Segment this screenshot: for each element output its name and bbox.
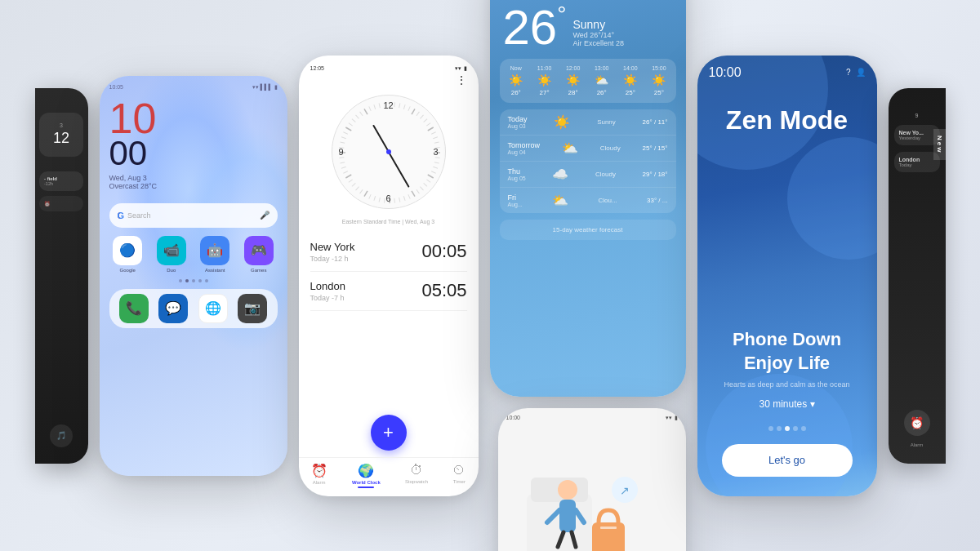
svg-line-37 — [359, 189, 363, 193]
zen-title: Zen Mode — [697, 104, 877, 136]
app-google[interactable]: 🔵 Google — [109, 236, 147, 273]
forecast-thu: Thu Aug 05 ☁️ Cloudy 29° / 18° — [500, 162, 676, 188]
home-status-icons: ▾▾ ▌▌▌ ▮ — [252, 84, 278, 91]
svg-line-42 — [343, 171, 347, 172]
hourly-13: 13:00 ⛅ 26° — [595, 65, 609, 96]
clock-number-9: 9 — [339, 147, 344, 157]
svg-line-2 — [399, 103, 399, 108]
google-icon: 🔵 — [113, 236, 142, 265]
svg-line-29 — [399, 197, 399, 202]
signal-icon: ▌▌▌ — [261, 84, 273, 90]
svg-line-34 — [373, 196, 375, 201]
svg-line-50 — [343, 131, 347, 133]
add-clock-button[interactable]: + — [371, 415, 407, 451]
page-dots — [109, 279, 278, 282]
forecast-link[interactable]: 15-day weather forecast — [500, 220, 676, 240]
svg-line-55 — [359, 111, 363, 115]
svg-line-22 — [426, 179, 430, 182]
clock-bottom-nav: ⏰ Alarm 🌍 World Clock ⏱ Stopwatch ⏲ Time… — [299, 457, 479, 496]
forecast-tomorrow: Tomorrow Aug 04 ⛅ Cloudy 25° / 15° — [500, 136, 676, 162]
right-status-time: 9 — [915, 113, 919, 118]
svg-line-17 — [434, 157, 439, 158]
search-placeholder: Search — [127, 211, 151, 220]
weather-forecast: Today Aug 03 ☀️ Sunny 26° / 11° Tomorrow… — [500, 109, 676, 213]
small-status-bar: 10:00 ▾▾ ▮ — [498, 408, 686, 424]
forecast-fri: Fri Aug... ⛅ Clou... 33° / ... — [500, 188, 676, 213]
messages-icon: 💬 — [158, 294, 188, 323]
phone-right-partial: 9 New Yo... Yesterday London Today ⏰ Ala… — [889, 88, 946, 464]
weather-temp: 26° — [503, 3, 567, 52]
svg-line-4 — [408, 106, 409, 110]
world-clock-icon: 🌍 — [358, 463, 374, 478]
svg-text:↗: ↗ — [620, 484, 630, 497]
svg-line-52 — [348, 122, 352, 126]
zen-letsgo-button[interactable]: Let's go — [722, 444, 853, 477]
zen-page-dots — [697, 426, 877, 431]
svg-line-43 — [341, 167, 346, 168]
small-illustration: ↗ — [510, 445, 674, 552]
phone-small: 10:00 ▾▾ ▮ — [498, 408, 686, 552]
dock-messages[interactable]: 💬 — [158, 294, 188, 323]
svg-line-49 — [341, 136, 346, 138]
analog-clock-container: 12 3 6 9 — [299, 87, 479, 217]
home-status-bar: 10:05 ▾▾ ▌▌▌ ▮ — [109, 84, 278, 91]
clock-wifi-icon: ▾▾ — [455, 65, 461, 72]
google-g-icon: G — [118, 211, 125, 220]
nav-timer[interactable]: ⏲ Timer — [452, 463, 466, 488]
svg-line-32 — [384, 198, 385, 202]
svg-line-56 — [364, 109, 368, 114]
home-status-time: 10:05 — [109, 84, 124, 90]
svg-line-3 — [403, 104, 405, 109]
svg-line-45 — [339, 157, 344, 158]
stopwatch-icon: ⏱ — [410, 463, 423, 478]
search-bar[interactable]: G Search 🎤 — [109, 203, 278, 228]
hourly-12: 12:00 ☀️ 28° — [566, 65, 581, 96]
svg-line-59 — [379, 103, 380, 108]
svg-line-36 — [364, 190, 368, 196]
svg-line-21 — [427, 175, 433, 178]
svg-line-54 — [355, 114, 359, 118]
zen-question-icon: ? — [846, 68, 851, 77]
left-notif-2: ⏰ — [39, 196, 83, 211]
clock-number-12: 12 — [383, 100, 393, 110]
clock-more-options[interactable]: ⋮ — [299, 73, 479, 87]
home-content: 10:05 ▾▾ ▌▌▌ ▮ 10 00 Wed, Aug 3 Overcast… — [100, 76, 287, 476]
svg-line-53 — [351, 118, 354, 122]
clock-battery-icon: ▮ — [464, 65, 467, 72]
dock-camera[interactable]: 📷 — [238, 294, 267, 323]
svg-line-48 — [340, 142, 345, 143]
app-duo[interactable]: 📹 Duo — [153, 236, 190, 273]
svg-line-18 — [434, 162, 439, 162]
hourly-15: 15:00 ☀️ 25° — [652, 65, 666, 96]
world-clock-new-york: New York Today -12 h 00:05 — [310, 233, 467, 272]
small-content: ↗ — [498, 424, 686, 552]
nav-world-clock[interactable]: 🌍 World Clock — [352, 463, 381, 488]
hourly-14: 14:00 ☀️ 25° — [623, 65, 638, 96]
dock-chrome[interactable]: 🌐 — [198, 294, 228, 323]
dock-phone[interactable]: 📞 — [119, 294, 149, 323]
home-hour: 10 — [109, 97, 278, 140]
svg-line-11 — [427, 127, 433, 131]
phone-weather: New York 26° Sunny Wed 26°/14° Air Excel… — [490, 0, 686, 397]
clock-status-time: 12:05 — [310, 65, 325, 72]
app-assistant[interactable]: 🤖 Assistant — [197, 236, 234, 273]
games-icon: 🎮 — [244, 236, 274, 265]
alarm-icon: ⏰ — [311, 463, 327, 478]
svg-line-30 — [394, 198, 394, 202]
scene: 3 12 - field -12h ⏰ 🎵 10:05 — [0, 0, 980, 551]
svg-line-33 — [379, 197, 380, 202]
svg-line-8 — [423, 118, 426, 122]
hourly-11: 11:00 ☀️ 27° — [537, 65, 552, 96]
svg-line-51 — [345, 127, 351, 131]
zen-duration[interactable]: 30 minutes ▾ — [697, 398, 877, 410]
chrome-icon: 🌐 — [198, 294, 228, 323]
nav-stopwatch[interactable]: ⏱ Stopwatch — [405, 463, 428, 488]
app-games[interactable]: 🎮 Games — [240, 236, 278, 273]
svg-line-25 — [416, 189, 419, 193]
svg-point-63 — [558, 480, 577, 500]
nav-alarm[interactable]: ⏰ Alarm — [311, 463, 327, 488]
svg-line-12 — [431, 131, 435, 133]
weather-temp-row: 26° Sunny Wed 26°/14° Air Excellent 28 — [503, 3, 673, 52]
duo-icon: 📹 — [157, 236, 186, 265]
svg-line-13 — [433, 136, 438, 138]
